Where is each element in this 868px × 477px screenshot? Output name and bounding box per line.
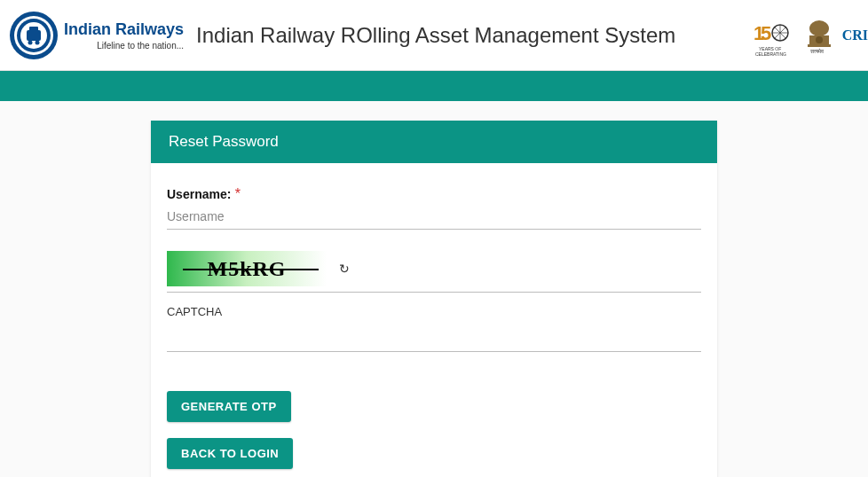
page-header: Indian Railways Lifeline to the nation..… — [0, 0, 868, 71]
indian-railways-logo-icon — [9, 11, 59, 60]
brand-main: Indian Railways — [64, 20, 184, 39]
brand-tagline: Lifeline to the nation... — [64, 41, 184, 51]
captcha-label: CAPTCHA — [167, 305, 701, 318]
main-content: Reset Password Username: * M5kRG ↻ CAPTC… — [0, 101, 868, 477]
username-field-group: Username: * — [167, 186, 701, 230]
svg-rect-7 — [29, 27, 38, 31]
card-title: Reset Password — [151, 121, 717, 163]
generate-otp-button[interactable]: GENERATE OTP — [167, 391, 291, 422]
captcha-input[interactable] — [167, 327, 701, 354]
svg-text:5: 5 — [761, 22, 771, 44]
india-emblem-icon: सत्यमेव — [803, 16, 835, 55]
brand-block: Indian Railways Lifeline to the nation..… — [9, 11, 184, 60]
system-title: Indian Railway ROlling Asset Management … — [196, 23, 752, 48]
header-right: 1 5 YEARS OF CELEBRATING सत्यमेव CRI — [752, 13, 868, 58]
svg-point-6 — [36, 40, 40, 44]
button-row-1: GENERATE OTP — [167, 391, 701, 422]
svg-rect-4 — [27, 30, 41, 41]
nav-bar — [0, 71, 868, 101]
captcha-row: M5kRG ↻ — [167, 251, 701, 293]
required-indicator: * — [235, 186, 241, 201]
button-row-2: BACK TO LOGIN — [167, 438, 701, 469]
back-to-login-button[interactable]: BACK TO LOGIN — [167, 438, 293, 469]
brand-text: Indian Railways Lifeline to the nation..… — [64, 20, 184, 51]
svg-point-17 — [809, 20, 829, 36]
username-input[interactable] — [167, 202, 701, 230]
refresh-captcha-icon[interactable]: ↻ — [339, 262, 350, 276]
username-label: Username: — [167, 187, 231, 201]
svg-point-19 — [816, 36, 823, 43]
captcha-image: M5kRG — [167, 251, 327, 286]
mahatma-150-icon: 1 5 YEARS OF CELEBRATING — [752, 13, 796, 58]
svg-point-5 — [28, 40, 33, 44]
captcha-input-wrap — [167, 327, 701, 352]
captcha-strike-line — [183, 269, 319, 270]
reset-password-card: Reset Password Username: * M5kRG ↻ CAPTC… — [151, 121, 717, 477]
svg-text:सत्यमेव: सत्यमेव — [809, 48, 825, 54]
svg-text:CELEBRATING: CELEBRATING — [755, 51, 786, 57]
card-body: Username: * M5kRG ↻ CAPTCHA GENERATE OTP — [151, 163, 717, 477]
svg-rect-20 — [808, 44, 831, 47]
cris-text: CRI — [842, 27, 868, 43]
